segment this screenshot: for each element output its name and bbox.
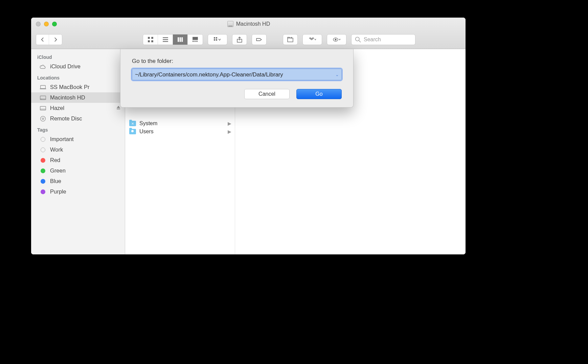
- new-folder-button[interactable]: [283, 35, 297, 45]
- svg-rect-16: [214, 39, 215, 41]
- icon-view-button[interactable]: [143, 35, 158, 45]
- svg-point-27: [41, 98, 42, 99]
- dropbox-button[interactable]: [303, 35, 322, 45]
- svg-rect-28: [40, 106, 46, 110]
- folder-label: System: [139, 120, 157, 127]
- external-drive-icon: [39, 105, 47, 111]
- group-by-button[interactable]: [208, 35, 227, 45]
- sidebar-tag-purple[interactable]: Purple: [31, 186, 125, 197]
- chevron-right-icon: ▶: [228, 121, 231, 126]
- go-label: Go: [315, 91, 322, 97]
- tag-circle-icon: [39, 157, 47, 163]
- nav-group: [36, 34, 62, 45]
- cloud-icon: [39, 64, 47, 70]
- svg-rect-14: [214, 37, 215, 39]
- zoom-button[interactable]: [52, 22, 57, 26]
- tag-circle-icon: [39, 178, 47, 184]
- window-title: Macintosh HD: [57, 21, 440, 27]
- search-box[interactable]: Search: [351, 34, 415, 45]
- svg-rect-17: [216, 39, 217, 41]
- tag-circle-icon: [39, 147, 47, 153]
- sidebar-tag-red[interactable]: Red: [31, 155, 125, 165]
- folder-users[interactable]: Users ▶: [125, 128, 235, 136]
- share-group: [232, 34, 247, 45]
- new-folder-group: [283, 34, 298, 45]
- svg-rect-9: [181, 37, 183, 42]
- folder-system[interactable]: System ▶: [125, 119, 235, 128]
- folder-icon: [129, 121, 136, 126]
- go-to-folder-dialog: Go to the folder: ⌄ Cancel Go: [120, 49, 354, 108]
- cancel-button[interactable]: Cancel: [244, 89, 290, 99]
- sidebar-section-tags: Tags: [31, 124, 125, 134]
- svg-rect-2: [148, 40, 150, 42]
- svg-rect-24: [40, 88, 46, 89]
- sidebar-item-label: Remote Disc: [50, 115, 82, 122]
- group-by-group: [208, 34, 227, 45]
- folder-label: Users: [139, 129, 154, 135]
- folder-icon: [129, 129, 136, 134]
- back-button[interactable]: [36, 35, 49, 45]
- list-view-button[interactable]: [158, 35, 173, 45]
- share-button[interactable]: [232, 35, 247, 45]
- svg-rect-13: [196, 41, 197, 42]
- dialog-label: Go to the folder:: [132, 58, 342, 65]
- sidebar-item-macintosh-hd[interactable]: Macintosh HD: [31, 92, 125, 103]
- sidebar-item-label: Red: [50, 157, 60, 163]
- sidebar-tag-blue[interactable]: Blue: [31, 176, 125, 186]
- column-view-button[interactable]: [173, 35, 188, 45]
- sidebar-section-locations: Locations: [31, 72, 125, 82]
- svg-point-21: [335, 39, 337, 40]
- cancel-label: Cancel: [258, 91, 275, 97]
- svg-rect-11: [193, 41, 194, 42]
- sidebar-item-label: Purple: [50, 188, 66, 195]
- toolbar: Search: [31, 30, 466, 49]
- path-field-wrap: ⌄: [132, 69, 342, 80]
- search-icon: [355, 37, 361, 43]
- svg-rect-12: [195, 41, 196, 42]
- dropbox-group: [302, 34, 322, 45]
- sidebar-item-label: SS MacBook Pr: [50, 84, 89, 90]
- sidebar-tag-green[interactable]: Green: [31, 165, 125, 176]
- svg-rect-30: [117, 109, 120, 109]
- disc-icon: [39, 116, 47, 122]
- forward-button[interactable]: [49, 35, 62, 45]
- svg-point-32: [42, 118, 44, 119]
- sidebar-tag-important[interactable]: Important: [31, 134, 125, 144]
- window-title-text: Macintosh HD: [236, 21, 270, 27]
- sidebar-item-icloud-drive[interactable]: iCloud Drive: [31, 61, 125, 72]
- tags-button[interactable]: [252, 35, 266, 45]
- go-button[interactable]: Go: [296, 89, 342, 99]
- sidebar-item-label: Green: [50, 167, 66, 174]
- svg-point-31: [41, 116, 46, 121]
- quick-look-button[interactable]: [327, 35, 346, 45]
- svg-rect-7: [178, 37, 179, 42]
- svg-rect-19: [288, 38, 293, 42]
- titlebar: Macintosh HD: [31, 18, 466, 49]
- svg-rect-23: [41, 85, 46, 88]
- close-button[interactable]: [36, 22, 41, 26]
- sidebar-item-hazel[interactable]: Hazel: [31, 103, 125, 113]
- sidebar-item-label: Hazel: [50, 105, 64, 111]
- gallery-view-button[interactable]: [188, 35, 203, 45]
- svg-rect-3: [151, 40, 153, 42]
- sidebar-tag-work[interactable]: Work: [31, 144, 125, 155]
- svg-rect-4: [163, 37, 168, 38]
- tag-circle-icon: [39, 136, 47, 142]
- dropdown-icon[interactable]: ⌄: [335, 72, 339, 77]
- path-input[interactable]: [132, 69, 342, 80]
- minimize-button[interactable]: [44, 22, 49, 26]
- sidebar-section-icloud: iCloud: [31, 51, 125, 61]
- search-placeholder: Search: [364, 37, 381, 43]
- chevron-right-icon: ▶: [228, 129, 231, 134]
- sidebar-item-label: Work: [50, 146, 63, 153]
- svg-rect-1: [151, 37, 153, 39]
- action-group: [327, 34, 346, 45]
- svg-rect-8: [179, 37, 181, 42]
- svg-rect-0: [148, 37, 150, 39]
- finder-window: Macintosh HD: [31, 18, 466, 254]
- tag-circle-icon: [39, 168, 47, 174]
- sidebar-item-remote-disc[interactable]: Remote Disc: [31, 113, 125, 124]
- sidebar-item-ss-macbook[interactable]: SS MacBook Pr: [31, 82, 125, 92]
- dialog-buttons: Cancel Go: [132, 89, 342, 99]
- svg-rect-5: [163, 39, 168, 40]
